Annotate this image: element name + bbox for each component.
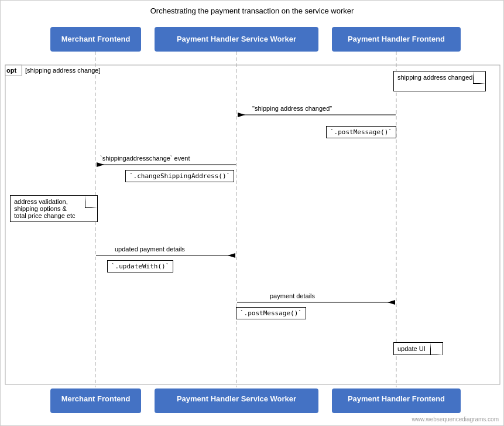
actor-bottom-phsw-bot: Payment Handler Service Worker xyxy=(155,388,318,413)
svg-text:opt: opt xyxy=(6,67,16,74)
method-update-with: `.updateWith()` xyxy=(107,260,173,272)
watermark: www.websequencediagrams.com xyxy=(412,416,499,422)
method-post-message-2: `.postMessage()` xyxy=(236,307,306,319)
svg-text:payment details: payment details xyxy=(270,292,316,299)
svg-text:updated payment details: updated payment details xyxy=(115,246,185,253)
note-update-ui: update UI xyxy=(393,342,443,355)
dogear-3 xyxy=(437,343,443,349)
actor-bottom-merchant-bot: Merchant Frontend xyxy=(50,388,141,413)
actor-phsw: Payment Handler Service Worker xyxy=(155,27,318,52)
note-address-validation: address validation,shipping options &tot… xyxy=(10,195,98,222)
svg-text:`shippingaddresschange` event: `shippingaddresschange` event xyxy=(100,155,190,162)
dogear-2 xyxy=(92,196,98,202)
svg-marker-14 xyxy=(228,253,235,258)
actor-bottom-phf-bot: Payment Handler Frontend xyxy=(332,388,461,413)
dogear-1 xyxy=(480,71,486,77)
method-post-message-1: `.postMessage()` xyxy=(326,126,396,138)
svg-rect-3 xyxy=(5,65,500,384)
svg-marker-17 xyxy=(388,300,395,305)
svg-text:"shipping address changed": "shipping address changed" xyxy=(252,105,332,112)
actor-merchant: Merchant Frontend xyxy=(50,27,141,52)
svg-rect-4 xyxy=(5,65,22,76)
svg-text:[shipping address change]: [shipping address change] xyxy=(25,67,100,74)
actor-phf: Payment Handler Frontend xyxy=(332,27,461,52)
svg-marker-11 xyxy=(97,162,104,167)
diagram-container: Orchestrating the payment transaction on… xyxy=(0,0,504,426)
diagram-title: Orchestrating the payment transaction on… xyxy=(1,1,503,15)
svg-marker-8 xyxy=(238,113,245,117)
note-shipping-changed: shipping address changed xyxy=(393,71,486,91)
method-change-shipping: `.changeShippingAddress()` xyxy=(125,170,234,182)
